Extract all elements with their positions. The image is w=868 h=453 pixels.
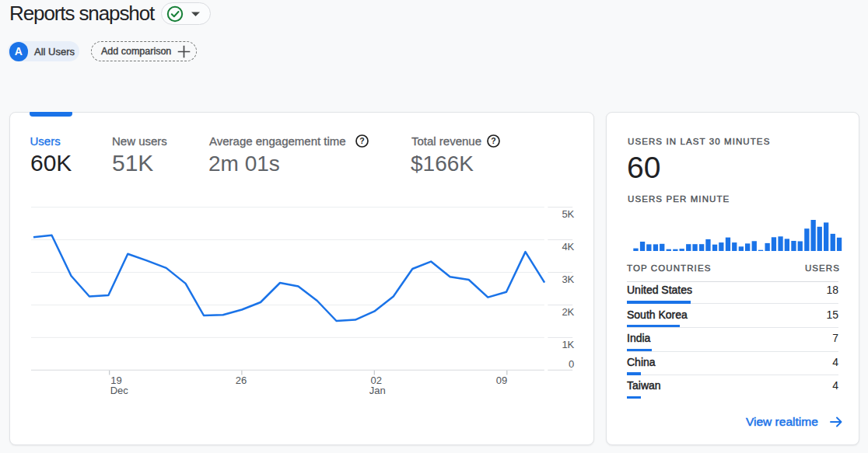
svg-text:09: 09 [496, 375, 507, 386]
svg-text:4K: 4K [562, 241, 574, 253]
svg-text:26: 26 [236, 375, 247, 386]
svg-text:1K: 1K [562, 339, 574, 350]
svg-text:2K: 2K [562, 306, 574, 318]
svg-text:3K: 3K [562, 274, 574, 285]
svg-text:Jan: Jan [369, 385, 386, 396]
svg-text:Dec: Dec [110, 385, 129, 396]
svg-text:0: 0 [569, 358, 574, 370]
svg-text:5K: 5K [562, 208, 574, 220]
